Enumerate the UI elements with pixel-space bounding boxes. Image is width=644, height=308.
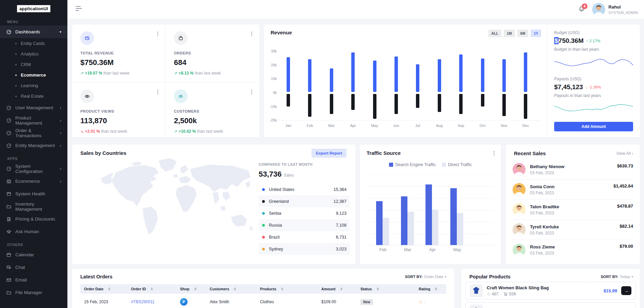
sidebar-item-chat[interactable]: Chat [0, 261, 67, 274]
menu-dots-icon[interactable] [250, 89, 253, 95]
column-header-label: Products [260, 287, 276, 291]
sale-amount: $478.87 [617, 204, 633, 209]
sidebar-item-ecommerce[interactable]: Ecommerce› [0, 175, 67, 188]
sidebar-subitem-ecommerce[interactable]: Ecommerce [0, 70, 67, 80]
country-dot-icon [262, 248, 265, 250]
sidebar-subitem-entity-cards[interactable]: Entity Cards [0, 38, 67, 49]
avatar [513, 183, 526, 196]
traffic-source-card: Traffic Source Search Engine TrafficDire… [360, 145, 501, 264]
sidebar-subitem-crm[interactable]: CRM [0, 59, 67, 70]
column-header-amount[interactable]: Amount [321, 284, 342, 294]
sidebar-item-dashboards[interactable]: Dashboards▾ [0, 26, 67, 38]
latest-orders-title: Latest Orders [80, 274, 112, 279]
sidebar-item-user-management[interactable]: User Management› [0, 101, 67, 114]
column-header-status[interactable]: Status [360, 284, 379, 294]
traffic-search-bar [401, 196, 407, 245]
chevron-right-icon: › [60, 130, 61, 135]
recent-sale-row[interactable]: Talon Bradtke03 Feb, 2023$478.87 [513, 200, 633, 220]
cell-rating[interactable]: ☆- [419, 296, 425, 308]
revenue-income-bar [438, 59, 441, 92]
avatar [513, 163, 526, 176]
orders-table-header: Order DateOrder IDShopCustomersProductsA… [80, 284, 446, 294]
user-role: SYSTEM_ADMIN [609, 11, 638, 15]
column-header-shop[interactable]: Shop [180, 284, 196, 294]
user-menu[interactable]: Rahul SYSTEM_ADMIN [592, 3, 638, 16]
revenue-expense-bar [524, 94, 527, 119]
column-header-customers[interactable]: Customers [210, 284, 236, 294]
country-name: Russia [269, 223, 282, 228]
sidebar-item-ask-human[interactable]: Ask Human [0, 225, 67, 238]
column-header-rating[interactable]: Rating [419, 284, 437, 294]
sidebar-item-order-transactions[interactable]: Order & Transactions› [0, 127, 67, 139]
product-thumbnail [470, 305, 483, 308]
traffic-direct-bar [383, 218, 389, 245]
hamburger-menu-icon[interactable] [76, 6, 82, 11]
traffic-menu-dots-icon[interactable] [493, 150, 496, 157]
sidebar-folder-icon [6, 204, 12, 209]
shop-logo-icon[interactable]: P [180, 298, 188, 306]
products-sort-dropdown[interactable]: SORT BY: Today ▾ [601, 275, 633, 279]
menu-dots-icon[interactable] [156, 31, 159, 37]
sidebar-item-inventory-management[interactable]: Inventory Management [0, 200, 67, 213]
sidebar-subitem-learning[interactable]: Learning [0, 80, 67, 91]
axis-tick [493, 120, 494, 121]
recent-sale-row[interactable]: Sonia Conn03 Feb, 2023$1,452.64 [513, 180, 633, 200]
stat-delta: ↘ +2.01 % than last week [80, 129, 157, 134]
column-header-order-date[interactable]: Order Date [84, 284, 110, 294]
bullet-icon [15, 96, 17, 97]
sale-info: Tyrell Kerluke03 Feb, 2023 [530, 224, 559, 236]
product-thumbnail [470, 284, 483, 297]
stat-cell-total-revenue: TOTAL REVENUE$750.36M↗ +19.07 % than las… [72, 25, 166, 83]
export-report-button[interactable]: Export Report [311, 149, 347, 158]
star-icon[interactable]: ☆ [419, 299, 423, 305]
revenue-income-bar [524, 52, 527, 92]
product-item[interactable]: Unique Men's Wrist Watch [465, 302, 636, 308]
sidebar-gauge-icon [6, 130, 12, 136]
order-id-link[interactable]: #TBS250011 [131, 299, 155, 304]
menu-dots-icon[interactable] [250, 31, 253, 37]
y-axis-tick: -10k [266, 104, 277, 109]
sale-info: Ross Zieme03 Feb, 2023 [530, 244, 555, 256]
menu-dots-icon[interactable] [156, 89, 159, 95]
sidebar-item-label: File Manager [15, 290, 42, 295]
column-header-order-id[interactable]: Order ID [131, 284, 153, 294]
product-arrow-button[interactable]: → [621, 286, 631, 295]
recent-sale-row[interactable]: Tyrell Kerluke03 Feb, 2023$82.14 [513, 220, 633, 240]
sidebar-item-file-manager[interactable]: File Manager [0, 286, 67, 299]
recent-sale-row[interactable]: Ross Zieme03 Feb, 2023$79.00 [513, 240, 633, 260]
stats-card: TOTAL REVENUE$750.36M↗ +19.07 % than las… [72, 25, 259, 137]
sidebar-section-label: MENU [0, 15, 67, 26]
sidebar-item-email[interactable]: Email [0, 274, 67, 286]
sidebar-item-system-configuration[interactable]: System Configuration› [0, 162, 67, 175]
revenue-expense-bar [373, 94, 376, 119]
sidebar-item-label: Entity Management [15, 143, 55, 148]
product-item[interactable]: Craft Women Black Sling Bag☆487936$15.99… [465, 282, 636, 299]
traffic-x-label: Apr [422, 247, 442, 252]
sidebar-item-pricing-discounts[interactable]: Pricing & Discounts [0, 213, 67, 225]
recent-sale-row[interactable]: Bethany Nienow03 Feb, 2023$630.73 [513, 160, 633, 180]
column-header-label: Status [360, 287, 372, 291]
bullet-icon [15, 64, 17, 65]
column-header-products[interactable]: Products [260, 284, 283, 294]
chevron-down-icon: ▾ [60, 30, 61, 34]
revenue-income-bar [502, 59, 506, 92]
traffic-source-title: Traffic Source [367, 150, 401, 156]
notifications-button[interactable]: 4 [578, 6, 585, 14]
orders-sort-dropdown[interactable]: SORT BY: Order Date ▾ [405, 275, 446, 279]
cell-order-id[interactable]: #TBS250011 [131, 296, 155, 308]
sidebar-item-label: Email [15, 277, 27, 282]
sidebar-item-calendar[interactable]: Calendar [0, 248, 67, 261]
cell-shop[interactable]: P [180, 296, 188, 308]
sidebar-item-product-management[interactable]: Product Management› [0, 114, 67, 127]
axis-tick [299, 120, 300, 121]
view-all-link[interactable]: View All › [616, 151, 633, 156]
country-list: United States15,364Greenland12,387Serbia… [259, 183, 350, 255]
traffic-direct-bar [457, 213, 463, 245]
sidebar-subitem-analytics[interactable]: Analytics [0, 49, 67, 59]
sidebar-subitem-real-estate[interactable]: Real Estate [0, 91, 67, 101]
add-amount-button[interactable]: Add Amount [554, 122, 633, 131]
sidebar-item-system-health[interactable]: System Health [0, 188, 67, 200]
app-logo-text: applicationUI [17, 5, 50, 12]
app-logo[interactable]: applicationUI [0, 0, 67, 15]
sidebar-item-entity-management[interactable]: Entity Management› [0, 139, 67, 152]
